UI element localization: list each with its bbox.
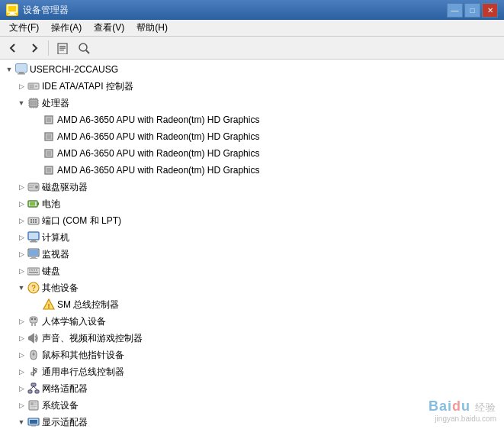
tree-toggle-keyboard[interactable]: ▷: [15, 265, 27, 277]
svg-rect-92: [30, 408, 35, 408]
port-icon: [27, 214, 40, 227]
tree-toggle-port[interactable]: ▷: [15, 214, 27, 227]
tree-toggle-sound[interactable]: ▷: [15, 332, 27, 344]
tree-toggle-monitor[interactable]: ▷: [15, 248, 27, 260]
tree-ide[interactable]: ▷ IDE ATA/ATAPI 控制器: [0, 78, 504, 95]
tree-toggle-computer[interactable]: ▷: [15, 231, 27, 244]
close-button[interactable]: ✕: [482, 3, 498, 18]
svg-rect-44: [37, 202, 39, 205]
svg-rect-40: [29, 185, 34, 186]
tree-disk[interactable]: ▷ 磁盘驱动器: [0, 179, 504, 195]
tree-sound[interactable]: ▷ 声音、视频和游戏控制器: [0, 330, 504, 347]
scan-button[interactable]: [74, 39, 94, 57]
other-group-label: 其他设备: [42, 282, 79, 295]
tree-toggle-system[interactable]: ▷: [15, 399, 27, 411]
tree-computer[interactable]: ▷ 计算机: [0, 229, 504, 246]
svg-rect-94: [30, 420, 37, 424]
svg-point-51: [35, 221, 37, 223]
svg-text:?: ?: [31, 284, 36, 292]
tree-cpu-2[interactable]: AMD A6-3650 APU with Radeon(tm) HD Graph…: [0, 128, 504, 145]
tree-battery[interactable]: ▷ 电池: [0, 195, 504, 212]
svg-rect-89: [34, 402, 37, 404]
menu-view[interactable]: 查看(V): [88, 20, 130, 36]
tree-keyboard[interactable]: ▷ 键盘: [0, 263, 504, 279]
tree-toggle-disk[interactable]: ▷: [15, 181, 27, 193]
tree-toggle-display[interactable]: ▼: [15, 416, 27, 428]
tree-cpu-1[interactable]: AMD A6-3650 APU with Radeon(tm) HD Graph…: [0, 111, 504, 128]
title-bar-icon: [6, 4, 18, 16]
svg-rect-69: [30, 317, 37, 323]
svg-rect-3: [58, 44, 67, 54]
tree-sm-bus[interactable]: ! SM 总线控制器: [0, 296, 504, 313]
tree-display-group[interactable]: ▼ 显示适配器: [0, 414, 504, 429]
title-bar-text: 设备管理器: [23, 4, 447, 17]
mouse-icon: [27, 349, 40, 361]
system-label: 系统设备: [42, 399, 79, 412]
svg-point-78: [33, 353, 35, 356]
svg-point-48: [35, 219, 37, 221]
svg-rect-11: [19, 72, 24, 73]
tree-root[interactable]: ▼ USERCHI-2CCAUSG: [0, 61, 504, 78]
tree-toggle-cpu[interactable]: ▼: [15, 97, 27, 109]
maximize-button[interactable]: □: [464, 3, 480, 18]
svg-line-86: [34, 386, 37, 390]
tree-cpu-4[interactable]: AMD A6-3650 APU with Radeon(tm) HD Graph…: [0, 162, 504, 179]
svg-point-50: [33, 221, 34, 223]
svg-rect-15: [35, 85, 37, 87]
svg-rect-52: [28, 232, 39, 240]
sound-icon: [27, 332, 40, 344]
network-icon: [27, 382, 40, 395]
tree-toggle-network[interactable]: ▷: [15, 382, 27, 395]
disk-icon: [27, 181, 40, 193]
tree-toggle-other[interactable]: ▼: [15, 282, 27, 294]
tree-toggle-ide[interactable]: ▷: [15, 80, 27, 92]
svg-rect-1: [10, 12, 14, 14]
tree-toggle-hid[interactable]: ▷: [15, 315, 27, 327]
tree-cpu-3[interactable]: AMD A6-3650 APU with Radeon(tm) HD Graph…: [0, 145, 504, 162]
menu-help[interactable]: 帮助(H): [130, 20, 174, 36]
svg-point-39: [35, 185, 38, 189]
toolbar: [0, 37, 504, 60]
back-button[interactable]: [3, 39, 23, 57]
keyboard-label: 键盘: [42, 265, 60, 278]
tree-toggle-mouse[interactable]: ▷: [15, 349, 27, 361]
device-tree[interactable]: ▼ USERCHI-2CCAUSG ▷ IDE ATA/ATAPI 控制器 ▼: [0, 60, 504, 429]
svg-rect-88: [30, 402, 34, 405]
tree-toggle-root[interactable]: ▼: [3, 63, 15, 76]
svg-point-73: [34, 318, 36, 320]
tree-other-group[interactable]: ▼ ? 其他设备: [0, 279, 504, 296]
tree-monitor[interactable]: ▷ 监视器: [0, 246, 504, 263]
cpu-item-label-1: AMD A6-3650 APU with Radeon(tm) HD Graph…: [57, 115, 259, 125]
battery-label: 电池: [42, 198, 60, 211]
properties-button[interactable]: [53, 39, 72, 57]
monitor-label: 监视器: [42, 248, 69, 261]
display-group-label: 显示适配器: [42, 416, 88, 429]
tree-usb[interactable]: ▷ 通用串行总线控制器: [0, 363, 504, 380]
tree-port[interactable]: ▷ 端口 (COM 和 LPT): [0, 212, 504, 229]
menu-file[interactable]: 文件(F): [3, 20, 45, 36]
tree-toggle-usb[interactable]: ▷: [15, 366, 27, 378]
tree-toggle-battery[interactable]: ▷: [15, 198, 27, 210]
usb-icon: [27, 366, 40, 378]
tree-system[interactable]: ▷ 系统设备: [0, 397, 504, 414]
svg-rect-45: [28, 218, 39, 224]
cpu-item-icon-2: [43, 131, 55, 143]
tree-mouse[interactable]: ▷ 鼠标和其他指针设备: [0, 347, 504, 363]
tree-hid[interactable]: ▷ 人体学输入设备: [0, 313, 504, 330]
svg-rect-58: [30, 258, 37, 259]
minimize-button[interactable]: —: [447, 3, 463, 18]
menu-action[interactable]: 操作(A): [45, 20, 88, 36]
svg-rect-37: [47, 168, 51, 173]
svg-point-46: [30, 219, 32, 221]
svg-rect-80: [31, 373, 34, 375]
tree-cpu-group[interactable]: ▼ 处理器: [0, 95, 504, 111]
forward-button[interactable]: [24, 39, 44, 57]
tree-network[interactable]: ▷ 网络适配器: [0, 380, 504, 397]
svg-rect-61: [31, 269, 33, 271]
title-bar: 设备管理器 — □ ✕: [0, 0, 504, 20]
svg-rect-54: [30, 241, 37, 243]
svg-rect-4: [59, 46, 66, 47]
cpu-item-icon-1: [43, 114, 55, 126]
cpu-item-label-3: AMD A6-3650 APU with Radeon(tm) HD Graph…: [57, 148, 259, 159]
port-label: 端口 (COM 和 LPT): [42, 214, 121, 227]
